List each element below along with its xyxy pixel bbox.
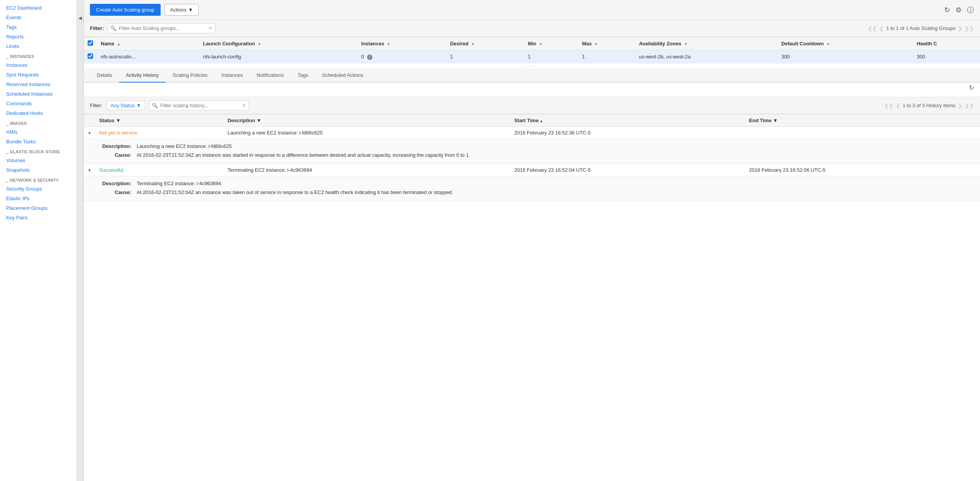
expand-icon[interactable]: ▼	[88, 131, 91, 135]
col-launch-config[interactable]: Launch Configuration ▼	[199, 37, 357, 50]
table-header-row: Name ▲ Launch Configuration ▼ Instances …	[84, 37, 980, 50]
tab-scaling-policies[interactable]: Scaling Policies	[166, 68, 214, 83]
tabs-bar: DetailsActivity HistoryScaling PoliciesI…	[84, 68, 980, 83]
gear-icon[interactable]: ⚙	[955, 6, 962, 14]
history-row-status: Successful	[95, 164, 224, 176]
sidebar-item-security-groups[interactable]: Security Groups	[0, 184, 76, 194]
sidebar-section-images-section: ⎯ IMAGES	[0, 118, 76, 127]
tab-scheduled-actions[interactable]: Scheduled Actions	[315, 68, 370, 83]
sidebar-item-amis[interactable]: AMIs	[0, 127, 76, 137]
col-health-check[interactable]: Health C	[913, 37, 980, 50]
status-dropdown[interactable]: Any Status ▼	[106, 101, 146, 110]
collapse-icon[interactable]: ⎯	[6, 121, 8, 126]
sidebar-item-dedicated-hosts[interactable]: Dedicated Hosts	[0, 108, 76, 118]
clear-icon[interactable]: ✕	[208, 25, 213, 31]
sidebar-item-key-pairs[interactable]: Key Pairs	[0, 213, 76, 222]
history-prev-page-button[interactable]: ❮	[896, 103, 900, 109]
history-row[interactable]: ▼ Successful Terminating EC2 instance: i…	[84, 164, 980, 176]
sidebar-item-spot-requests[interactable]: Spot Requests	[0, 70, 76, 80]
col-desired[interactable]: Desired ▼	[446, 37, 524, 50]
history-first-page-button[interactable]: ❮❮	[884, 103, 894, 109]
history-col-start-time[interactable]: Start Time	[510, 114, 745, 127]
col-name[interactable]: Name ▲	[97, 37, 199, 50]
col-availability-zones[interactable]: Availability Zones ▼	[635, 37, 777, 50]
sidebar-item-tags[interactable]: Tags	[0, 22, 76, 32]
sidebar-item-commands[interactable]: Commands	[0, 99, 76, 108]
main-filter-bar: Filter: 🔍 ✕ ❮❮ ❮ 1 to 1 of 1 Auto Scalin…	[84, 20, 980, 37]
history-col-end-time[interactable]: End Time ▼	[745, 114, 980, 127]
history-row-description: Launching a new EC2 instance: i-fd66c625	[224, 127, 510, 139]
select-all-checkbox[interactable]	[88, 40, 93, 46]
select-all-checkbox-header[interactable]	[84, 37, 97, 50]
tab-notifications[interactable]: Notifications	[250, 68, 291, 83]
row-min: 1	[524, 50, 578, 63]
help-icon[interactable]: ⓘ	[967, 5, 974, 15]
first-page-button[interactable]: ❮❮	[868, 25, 877, 32]
toolbar-right: ↻ ⚙ ⓘ	[944, 5, 974, 15]
row-checkbox[interactable]	[88, 53, 93, 59]
history-row-expand[interactable]: ▼	[84, 164, 95, 176]
sidebar-item-elastic-ips[interactable]: Elastic IPs	[0, 194, 76, 203]
tab-instances-tab[interactable]: Instances	[214, 68, 250, 83]
sidebar-item-scheduled-instances[interactable]: Scheduled Instances	[0, 89, 76, 99]
detail-table: Description: Terminating EC2 instance: i…	[99, 179, 456, 197]
sidebar-item-ec2-dashboard[interactable]: EC2 Dashboard	[0, 3, 76, 13]
detail-table: Description: Launching a new EC2 instanc…	[99, 141, 473, 160]
row-availability-zones: us-west-2b, us-west-2a	[635, 50, 777, 63]
prev-page-button[interactable]: ❮	[879, 25, 884, 32]
status-badge: Successful	[99, 167, 123, 173]
refresh-icon[interactable]: ↻	[944, 6, 950, 14]
history-last-page-button[interactable]: ❯❯	[965, 103, 974, 109]
collapse-icon[interactable]: ⎯	[6, 178, 8, 182]
sidebar-item-volumes[interactable]: Volumes	[0, 156, 76, 165]
next-page-button[interactable]: ❯	[958, 25, 962, 32]
tab-details[interactable]: Details	[90, 68, 119, 83]
history-detail-row: Description: Launching a new EC2 instanc…	[84, 139, 980, 164]
sidebar-item-instances[interactable]: Instances	[0, 60, 76, 70]
expand-icon[interactable]: ▼	[88, 168, 91, 172]
detail-description-label: Description:	[100, 142, 134, 150]
col-default-cooldown[interactable]: Default Cooldown ▼	[777, 37, 913, 50]
last-page-button[interactable]: ❯❯	[965, 25, 974, 32]
history-clear-icon[interactable]: ✕	[242, 103, 246, 108]
sidebar-item-placement-groups[interactable]: Placement Groups	[0, 203, 76, 213]
col-instances[interactable]: Instances ▼	[357, 37, 446, 50]
tab-activity-history[interactable]: Activity History	[119, 68, 166, 83]
history-col-description[interactable]: Description ▼	[224, 114, 510, 127]
table-row[interactable]: nfs-autoscalin... nfs-launch-config 0 i …	[84, 50, 980, 63]
history-filter-input-wrap: 🔍 ✕	[149, 100, 249, 111]
collapse-icon[interactable]: ⎯	[6, 150, 8, 154]
actions-button[interactable]: Actions ▼	[164, 4, 199, 16]
history-filter-label: Filter:	[90, 103, 103, 108]
create-auto-scaling-group-button[interactable]: Create Auto Scaling group	[90, 4, 161, 16]
info-icon[interactable]: i	[367, 55, 372, 60]
sidebar-item-reserved-instances[interactable]: Reserved Instances	[0, 80, 76, 89]
col-max[interactable]: Max ▼	[578, 37, 635, 50]
col-min[interactable]: Min ▼	[524, 37, 578, 50]
row-name: nfs-autoscalin...	[97, 50, 199, 63]
status-badge: Not yet in service	[99, 130, 138, 136]
row-checkbox-cell[interactable]	[84, 50, 97, 63]
detail-cause-value: At 2016-02-23T21:52:04Z an instance was …	[135, 188, 455, 196]
history-detail-cell: Description: Terminating EC2 instance: i…	[84, 176, 980, 201]
filter-input[interactable]	[108, 23, 215, 33]
collapse-icon[interactable]: ⎯	[6, 55, 8, 59]
sidebar-item-events[interactable]: Events	[0, 13, 76, 22]
history-col-status[interactable]: Status ▼	[95, 114, 224, 127]
history-refresh-button[interactable]: ↻	[969, 84, 974, 91]
sidebar-item-snapshots[interactable]: Snapshots	[0, 165, 76, 175]
detail-description-value: Terminating EC2 instance: i-4c963694	[135, 179, 455, 187]
sidebar-collapse-handle[interactable]: ◀	[77, 0, 84, 481]
history-row[interactable]: ▼ Not yet in service Launching a new EC2…	[84, 127, 980, 139]
history-row-start-time: 2016 February 23 16:52:36 UTC-5	[510, 127, 745, 139]
sidebar: EC2 DashboardEventsTagsReportsLimits ⎯ I…	[0, 0, 77, 481]
sidebar-item-reports[interactable]: Reports	[0, 32, 76, 41]
tab-tags-tab[interactable]: Tags	[291, 68, 315, 83]
history-row-expand[interactable]: ▼	[84, 127, 95, 139]
chevron-down-icon: ▼	[188, 7, 193, 13]
history-next-page-button[interactable]: ❯	[958, 103, 962, 109]
search-icon: 🔍	[110, 25, 116, 31]
sidebar-item-limits[interactable]: Limits	[0, 41, 76, 51]
history-filter-input[interactable]	[149, 100, 249, 111]
sidebar-item-bundle-tasks[interactable]: Bundle Tasks	[0, 137, 76, 146]
